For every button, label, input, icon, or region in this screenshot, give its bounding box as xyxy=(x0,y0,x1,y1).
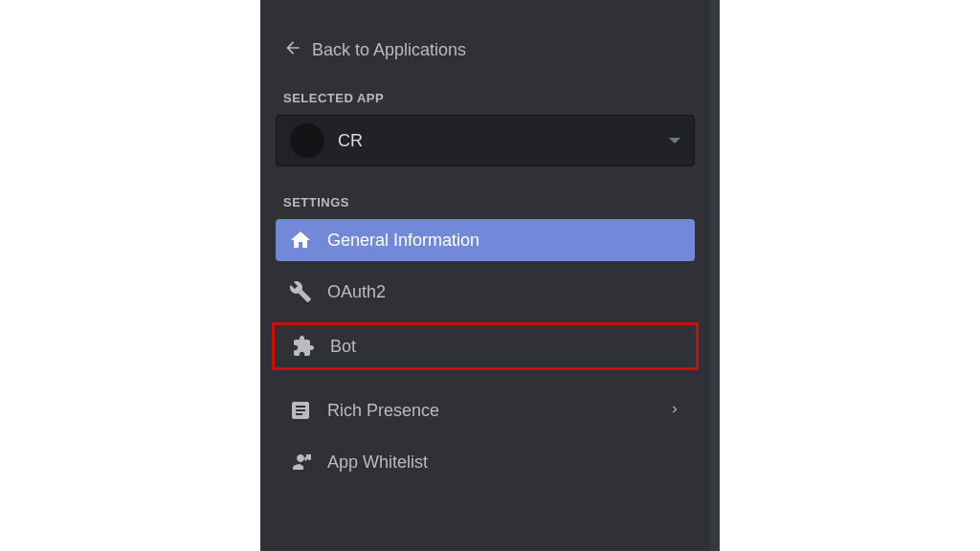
nav-item-bot[interactable]: Bot xyxy=(278,325,692,367)
nav-item-rich-presence[interactable]: Rich Presence xyxy=(276,389,695,431)
app-avatar xyxy=(290,123,324,158)
nav-item-label: App Whitelist xyxy=(327,452,428,473)
nav-item-label: General Information xyxy=(327,231,479,251)
home-icon xyxy=(289,229,312,252)
arrow-left-icon xyxy=(283,38,302,62)
nav-item-oauth2[interactable]: OAuth2 xyxy=(276,271,695,313)
highlight-annotation: Bot xyxy=(272,322,699,370)
right-panel-edge xyxy=(710,0,720,551)
wrench-icon xyxy=(289,280,312,303)
settings-label: SETTINGS xyxy=(283,195,695,209)
puzzle-piece-icon xyxy=(292,335,315,358)
back-to-applications-link[interactable]: Back to Applications xyxy=(283,38,695,62)
chevron-right-icon xyxy=(668,401,681,421)
nav-item-general-information[interactable]: General Information xyxy=(276,219,695,261)
document-icon xyxy=(289,399,312,422)
app-name: CR xyxy=(338,131,669,151)
developer-sidebar-panel: Back to Applications SELECTED APP CR SET… xyxy=(260,0,720,551)
nav-item-label: Bot xyxy=(330,337,356,357)
sidebar: Back to Applications SELECTED APP CR SET… xyxy=(260,0,710,551)
nav-item-label: OAuth2 xyxy=(327,282,386,302)
selected-app-label: SELECTED APP xyxy=(283,91,695,105)
person-wave-icon xyxy=(289,451,312,474)
settings-nav: General Information OAuth2 Bot xyxy=(276,219,695,483)
nav-item-app-whitelist[interactable]: App Whitelist xyxy=(276,441,695,483)
back-link-label: Back to Applications xyxy=(312,40,466,60)
chevron-down-icon xyxy=(669,138,680,143)
app-selector-dropdown[interactable]: CR xyxy=(276,115,695,166)
nav-item-label: Rich Presence xyxy=(327,401,439,421)
